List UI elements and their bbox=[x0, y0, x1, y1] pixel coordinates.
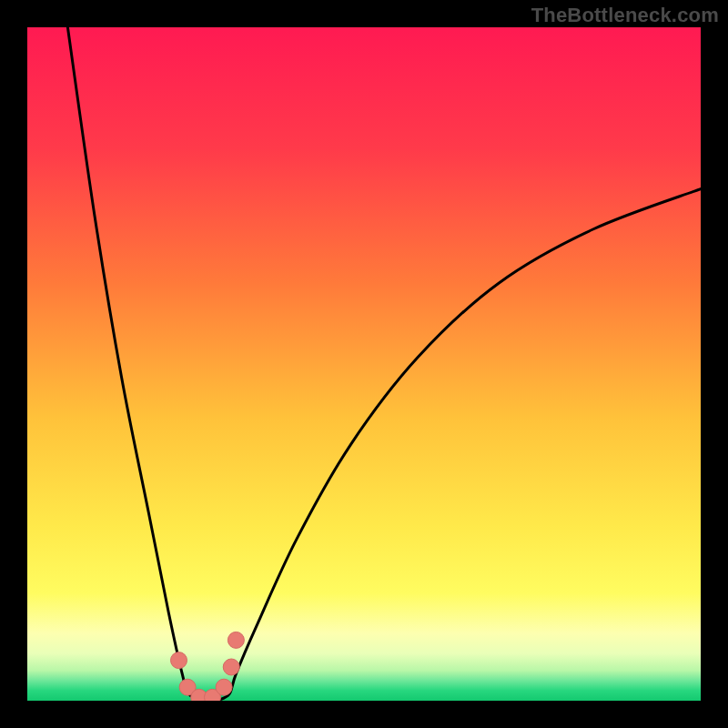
highlight-marker bbox=[228, 632, 244, 648]
curve-path bbox=[67, 27, 701, 701]
highlight-marker bbox=[171, 652, 187, 669]
plot-area bbox=[27, 27, 701, 701]
chart-frame: TheBottleneck.com bbox=[0, 0, 728, 728]
bottleneck-curve bbox=[27, 27, 701, 701]
attribution-text: TheBottleneck.com bbox=[531, 4, 719, 27]
highlight-marker bbox=[223, 659, 239, 675]
highlight-marker bbox=[216, 679, 232, 695]
